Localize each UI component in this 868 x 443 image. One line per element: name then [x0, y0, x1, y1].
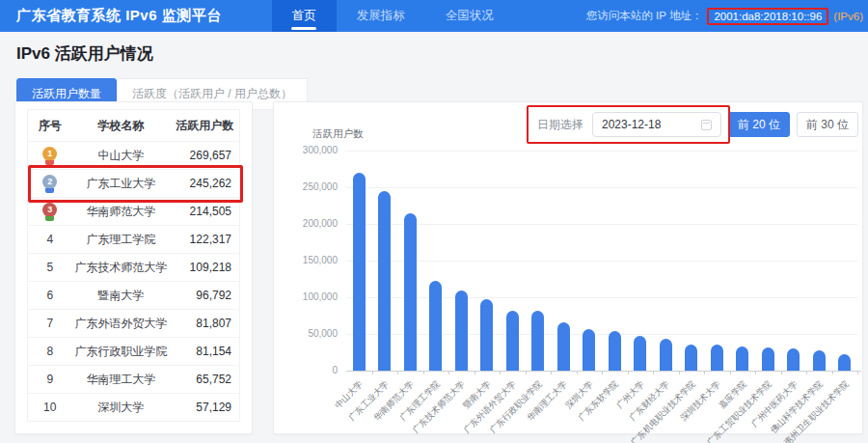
rank-cell: 1 — [28, 142, 72, 170]
table-row: 7广东外语外贸大学81,807 — [28, 310, 240, 338]
x-axis-tick — [781, 371, 782, 374]
chart-bar[interactable] — [557, 322, 570, 371]
table-row: 6暨南大学96,792 — [28, 282, 240, 310]
school-name-cell: 深圳大学 — [72, 394, 171, 422]
column-header: 序号 — [28, 110, 72, 142]
school-name-cell: 广东理工学院 — [72, 226, 171, 254]
y-axis-title: 活跃用户数 — [312, 127, 364, 141]
grid-line — [346, 151, 857, 152]
chart-bar[interactable] — [736, 346, 748, 371]
school-name-cell: 广东工业大学 — [72, 170, 171, 198]
table-row: 4广东理工学院122,317 — [28, 226, 240, 254]
school-name-cell: 暨南大学 — [72, 282, 171, 310]
medal-ribbon — [45, 160, 54, 165]
school-name-cell: 广东技术师范大学 — [72, 254, 171, 282]
x-axis-tick — [704, 371, 705, 374]
app-header: 广东省教育系统 IPv6 监测平台 首页发展指标全国状况 您访问本站的 IP 地… — [0, 0, 868, 32]
nav-item-link[interactable]: 发展指标 — [337, 0, 425, 32]
ip-address-value: 2001:da8:2018:10::96 — [707, 8, 828, 25]
medal-number: 2 — [42, 175, 57, 189]
chart-bar[interactable] — [480, 299, 493, 371]
x-axis-tick — [602, 371, 603, 374]
nav-item-link[interactable]: 全国状况 — [425, 0, 514, 32]
active-users-cell: 57,129 — [171, 394, 240, 422]
medal-number: 3 — [42, 203, 57, 217]
title-bar: IPv6 活跃用户情况 — [0, 32, 868, 65]
school-name-cell: 广东行政职业学院 — [72, 338, 171, 366]
y-tick-label: 200,000 — [274, 218, 338, 229]
rank-cell: 10 — [28, 394, 72, 422]
y-tick-label: 300,000 — [274, 145, 338, 155]
column-header: 活跃用户数 — [171, 110, 240, 142]
x-axis-tick — [397, 371, 398, 374]
active-users-cell: 65,752 — [171, 366, 240, 394]
y-tick-label: 50,000 — [274, 328, 338, 339]
chart-bar[interactable] — [353, 173, 366, 371]
x-axis-tick — [730, 371, 731, 374]
chart-card: 日期选择 2023-12-18 前 20 位 前 30 位 活跃用户数 中山大学… — [273, 101, 863, 434]
chart-bar[interactable] — [762, 347, 774, 371]
y-tick-label: 150,000 — [274, 255, 338, 265]
x-axis-tick — [500, 371, 501, 374]
x-axis-tick — [832, 371, 833, 374]
chart-bar[interactable] — [787, 348, 800, 371]
chart-bar[interactable] — [404, 213, 417, 371]
y-tick-label: 100,000 — [274, 291, 338, 302]
rank-cell: 6 — [28, 282, 72, 310]
visitor-ip-info: 您访问本站的 IP 地址： 2001:da8:2018:10::96 (IPv6… — [586, 0, 868, 32]
grid-line — [346, 297, 857, 298]
chart-bar[interactable] — [429, 281, 442, 371]
x-axis-tick — [653, 371, 654, 374]
medal-ribbon — [45, 216, 54, 221]
chart-bar[interactable] — [609, 331, 621, 371]
x-axis-tick — [551, 371, 552, 374]
ranking-table-card: 序号学校名称活跃用户数 1中山大学269,6572广东工业大学245,2623华… — [14, 101, 253, 434]
chart-bar[interactable] — [634, 336, 646, 371]
chart-bar[interactable] — [455, 291, 468, 371]
main-nav: 首页发展指标全国状况 — [272, 0, 514, 32]
medal-icon-silver: 2 — [42, 175, 58, 193]
chart-bar[interactable] — [685, 345, 697, 371]
active-users-cell: 214,505 — [171, 198, 240, 226]
grid-line — [346, 261, 857, 262]
rank-cell: 8 — [28, 338, 72, 366]
x-axis-tick — [628, 371, 629, 374]
rank-cell: 7 — [28, 310, 72, 338]
app-title: 广东省教育系统 IPv6 监测平台 — [16, 0, 222, 32]
chart-bar[interactable] — [583, 329, 595, 371]
ranking-table: 序号学校名称活跃用户数 1中山大学269,6572广东工业大学245,2623华… — [27, 109, 240, 422]
grid-line — [346, 334, 857, 335]
active-users-cell: 122,317 — [171, 226, 240, 254]
medal-ribbon — [45, 188, 54, 193]
chart-bar[interactable] — [838, 354, 851, 371]
chart-bar[interactable] — [660, 339, 672, 371]
active-users-cell: 269,657 — [171, 142, 240, 170]
table-row: 2广东工业大学245,262 — [28, 170, 240, 198]
x-axis-tick — [857, 371, 858, 374]
chart-bar[interactable] — [506, 311, 519, 371]
rank-cell: 9 — [28, 366, 72, 394]
active-users-cell: 81,154 — [171, 338, 240, 366]
school-name-cell: 广东外语外贸大学 — [72, 310, 171, 338]
school-name-cell: 中山大学 — [72, 142, 171, 170]
chart-bar[interactable] — [378, 191, 391, 371]
plot-area: 中山大学广东工业大学华南师范大学广东理工学院广东技术师范大学暨南大学广东外语外贸… — [346, 151, 857, 371]
x-axis-tick — [475, 371, 475, 374]
nav-item-active[interactable]: 首页 — [272, 0, 337, 32]
rank-cell: 4 — [28, 226, 72, 254]
rank-cell: 3 — [28, 198, 72, 226]
medal-icon-gold: 1 — [42, 147, 58, 165]
x-axis-tick — [755, 371, 756, 374]
y-tick-label: 250,000 — [274, 181, 338, 192]
chart-bar[interactable] — [711, 345, 723, 371]
ipv6-badge: (IPv6) — [833, 11, 863, 22]
chart-bar[interactable] — [813, 350, 826, 371]
medal-icon-bronze: 3 — [42, 203, 58, 221]
grid-line — [346, 187, 857, 188]
chart-bar[interactable] — [531, 311, 544, 371]
x-axis-tick — [372, 371, 373, 374]
y-tick-label: 0 — [274, 365, 338, 375]
ip-label: 您访问本站的 IP 地址： — [586, 9, 703, 23]
school-name-cell: 华南理工大学 — [72, 366, 171, 394]
table-row: 10深圳大学57,129 — [28, 394, 240, 422]
